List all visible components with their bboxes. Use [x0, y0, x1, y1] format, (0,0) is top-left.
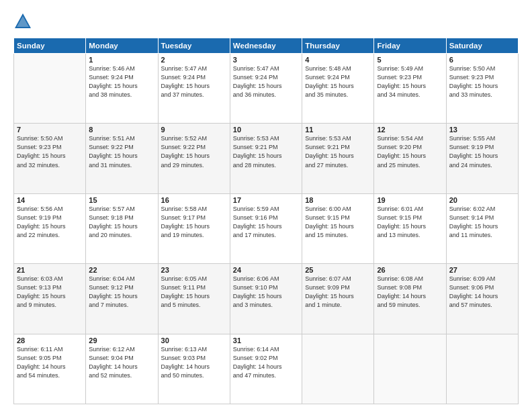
- day-number: 11: [305, 126, 371, 134]
- calendar-week-4: 21Sunrise: 6:03 AM Sunset: 9:13 PM Dayli…: [14, 264, 519, 334]
- day-number: 19: [377, 196, 443, 204]
- calendar-cell: 3Sunrise: 5:47 AM Sunset: 9:24 PM Daylig…: [230, 54, 302, 124]
- day-info: Sunrise: 6:04 AM Sunset: 9:12 PM Dayligh…: [89, 275, 154, 310]
- calendar-cell: 13Sunrise: 5:55 AM Sunset: 9:19 PM Dayli…: [446, 124, 518, 193]
- calendar-cell: 23Sunrise: 6:05 AM Sunset: 9:11 PM Dayli…: [158, 264, 230, 334]
- calendar-cell: 31Sunrise: 6:14 AM Sunset: 9:02 PM Dayli…: [230, 334, 302, 404]
- day-number: 21: [17, 266, 83, 274]
- day-number: 2: [161, 56, 227, 64]
- calendar-header-thursday: Thursday: [302, 38, 374, 54]
- day-info: Sunrise: 5:59 AM Sunset: 9:16 PM Dayligh…: [233, 205, 299, 240]
- calendar-cell: 16Sunrise: 5:58 AM Sunset: 9:17 PM Dayli…: [158, 193, 230, 263]
- calendar-cell: [302, 334, 374, 404]
- day-info: Sunrise: 5:56 AM Sunset: 9:19 PM Dayligh…: [17, 205, 83, 240]
- calendar-cell: 27Sunrise: 6:09 AM Sunset: 9:06 PM Dayli…: [446, 264, 518, 334]
- day-number: 3: [233, 56, 299, 64]
- day-info: Sunrise: 6:02 AM Sunset: 9:14 PM Dayligh…: [449, 205, 515, 240]
- day-info: Sunrise: 5:49 AM Sunset: 9:23 PM Dayligh…: [377, 64, 443, 99]
- calendar-header-monday: Monday: [86, 38, 158, 54]
- day-number: 22: [89, 266, 154, 274]
- calendar-cell: 22Sunrise: 6:04 AM Sunset: 9:12 PM Dayli…: [86, 264, 158, 334]
- day-number: 25: [305, 266, 371, 274]
- day-info: Sunrise: 5:52 AM Sunset: 9:22 PM Dayligh…: [161, 134, 227, 169]
- day-number: 6: [449, 56, 515, 64]
- day-number: 8: [89, 126, 154, 134]
- calendar-header-row: SundayMondayTuesdayWednesdayThursdayFrid…: [14, 38, 519, 54]
- calendar-cell: [14, 54, 86, 124]
- day-number: 31: [233, 336, 299, 345]
- day-number: 26: [377, 266, 443, 274]
- day-number: 14: [17, 196, 83, 204]
- day-number: 23: [161, 266, 227, 274]
- calendar-cell: 28Sunrise: 6:11 AM Sunset: 9:05 PM Dayli…: [14, 334, 86, 404]
- day-number: 10: [233, 126, 299, 134]
- day-info: Sunrise: 5:57 AM Sunset: 9:18 PM Dayligh…: [89, 205, 154, 240]
- day-info: Sunrise: 6:13 AM Sunset: 9:03 PM Dayligh…: [161, 345, 227, 380]
- day-number: 7: [17, 126, 83, 134]
- calendar-cell: 17Sunrise: 5:59 AM Sunset: 9:16 PM Dayli…: [230, 193, 302, 263]
- calendar-header-sunday: Sunday: [14, 38, 86, 54]
- day-number: 16: [161, 196, 227, 204]
- calendar-cell: 26Sunrise: 6:08 AM Sunset: 9:08 PM Dayli…: [374, 264, 446, 334]
- day-number: 13: [449, 126, 515, 134]
- calendar-header-tuesday: Tuesday: [158, 38, 230, 54]
- day-info: Sunrise: 5:47 AM Sunset: 9:24 PM Dayligh…: [161, 64, 227, 99]
- day-info: Sunrise: 6:00 AM Sunset: 9:15 PM Dayligh…: [305, 205, 371, 240]
- day-number: 4: [305, 56, 371, 64]
- calendar-cell: 12Sunrise: 5:54 AM Sunset: 9:20 PM Dayli…: [374, 124, 446, 193]
- calendar-cell: 30Sunrise: 6:13 AM Sunset: 9:03 PM Dayli…: [158, 334, 230, 404]
- day-number: 12: [377, 126, 443, 134]
- day-info: Sunrise: 5:55 AM Sunset: 9:19 PM Dayligh…: [449, 134, 515, 169]
- calendar-cell: 5Sunrise: 5:49 AM Sunset: 9:23 PM Daylig…: [374, 54, 446, 124]
- header: [13, 12, 519, 31]
- day-number: 18: [305, 196, 371, 204]
- day-number: 15: [89, 196, 154, 204]
- calendar-cell: 11Sunrise: 5:53 AM Sunset: 9:21 PM Dayli…: [302, 124, 374, 193]
- page: SundayMondayTuesdayWednesdayThursdayFrid…: [0, 0, 532, 411]
- day-number: 28: [17, 336, 83, 345]
- day-info: Sunrise: 6:05 AM Sunset: 9:11 PM Dayligh…: [161, 275, 227, 310]
- calendar-header-friday: Friday: [374, 38, 446, 54]
- day-number: 20: [449, 196, 515, 204]
- calendar-cell: 6Sunrise: 5:50 AM Sunset: 9:23 PM Daylig…: [446, 54, 518, 124]
- day-info: Sunrise: 6:14 AM Sunset: 9:02 PM Dayligh…: [233, 345, 299, 380]
- calendar-cell: 1Sunrise: 5:46 AM Sunset: 9:24 PM Daylig…: [86, 54, 158, 124]
- logo-icon: [13, 12, 32, 31]
- day-number: 30: [161, 336, 227, 345]
- calendar-header-saturday: Saturday: [446, 38, 518, 54]
- day-number: 24: [233, 266, 299, 274]
- calendar-cell: 8Sunrise: 5:51 AM Sunset: 9:22 PM Daylig…: [86, 124, 158, 193]
- day-info: Sunrise: 6:06 AM Sunset: 9:10 PM Dayligh…: [233, 275, 299, 310]
- day-info: Sunrise: 5:54 AM Sunset: 9:20 PM Dayligh…: [377, 134, 443, 169]
- day-number: 5: [377, 56, 443, 64]
- day-info: Sunrise: 6:07 AM Sunset: 9:09 PM Dayligh…: [305, 275, 371, 310]
- calendar-week-5: 28Sunrise: 6:11 AM Sunset: 9:05 PM Dayli…: [14, 334, 519, 404]
- day-info: Sunrise: 6:12 AM Sunset: 9:04 PM Dayligh…: [89, 345, 154, 380]
- calendar-cell: [446, 334, 518, 404]
- day-number: 9: [161, 126, 227, 134]
- calendar-cell: 14Sunrise: 5:56 AM Sunset: 9:19 PM Dayli…: [14, 193, 86, 263]
- calendar-week-2: 7Sunrise: 5:50 AM Sunset: 9:23 PM Daylig…: [14, 124, 519, 193]
- logo: [13, 12, 35, 31]
- day-info: Sunrise: 6:09 AM Sunset: 9:06 PM Dayligh…: [449, 275, 515, 310]
- day-info: Sunrise: 6:03 AM Sunset: 9:13 PM Dayligh…: [17, 275, 83, 310]
- calendar-cell: 7Sunrise: 5:50 AM Sunset: 9:23 PM Daylig…: [14, 124, 86, 193]
- day-info: Sunrise: 5:47 AM Sunset: 9:24 PM Dayligh…: [233, 64, 299, 99]
- calendar-cell: [374, 334, 446, 404]
- day-info: Sunrise: 6:08 AM Sunset: 9:08 PM Dayligh…: [377, 275, 443, 310]
- day-info: Sunrise: 5:53 AM Sunset: 9:21 PM Dayligh…: [233, 134, 299, 169]
- day-info: Sunrise: 5:50 AM Sunset: 9:23 PM Dayligh…: [17, 134, 83, 169]
- day-info: Sunrise: 5:58 AM Sunset: 9:17 PM Dayligh…: [161, 205, 227, 240]
- calendar-cell: 4Sunrise: 5:48 AM Sunset: 9:24 PM Daylig…: [302, 54, 374, 124]
- calendar-cell: 2Sunrise: 5:47 AM Sunset: 9:24 PM Daylig…: [158, 54, 230, 124]
- day-number: 29: [89, 336, 154, 345]
- calendar-cell: 29Sunrise: 6:12 AM Sunset: 9:04 PM Dayli…: [86, 334, 158, 404]
- calendar-cell: 25Sunrise: 6:07 AM Sunset: 9:09 PM Dayli…: [302, 264, 374, 334]
- day-info: Sunrise: 6:11 AM Sunset: 9:05 PM Dayligh…: [17, 345, 83, 380]
- calendar-cell: 18Sunrise: 6:00 AM Sunset: 9:15 PM Dayli…: [302, 193, 374, 263]
- calendar-week-3: 14Sunrise: 5:56 AM Sunset: 9:19 PM Dayli…: [14, 193, 519, 263]
- calendar-week-1: 1Sunrise: 5:46 AM Sunset: 9:24 PM Daylig…: [14, 54, 519, 124]
- day-info: Sunrise: 5:48 AM Sunset: 9:24 PM Dayligh…: [305, 64, 371, 99]
- day-info: Sunrise: 5:46 AM Sunset: 9:24 PM Dayligh…: [89, 64, 154, 99]
- day-number: 17: [233, 196, 299, 204]
